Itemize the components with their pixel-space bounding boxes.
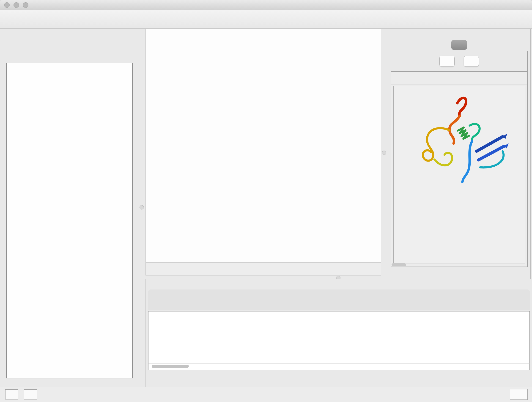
collapse-entry-icon[interactable] (406, 75, 413, 82)
expand-all-networks-icon[interactable] (17, 52, 23, 59)
memory-button[interactable] (510, 389, 528, 400)
titlebar (0, 0, 532, 10)
control-panel-body (2, 49, 136, 387)
gene-description (394, 86, 525, 90)
traffic-lights (4, 2, 28, 8)
table-panel (146, 279, 532, 388)
gene-entry-header[interactable] (391, 72, 527, 85)
left-splitter-handle[interactable] (139, 205, 144, 210)
network-view[interactable] (146, 29, 381, 275)
network-view-toolbar (146, 262, 381, 275)
results-hscroll-thumb[interactable] (392, 263, 406, 266)
results-actions (391, 51, 528, 72)
warnings-button[interactable] (24, 389, 37, 400)
table-toolbar (148, 289, 530, 310)
results-entry-panel (391, 72, 528, 267)
table-panel-header (146, 279, 532, 289)
control-panel (2, 29, 136, 387)
network-canvas[interactable] (146, 29, 380, 262)
collapse-all-networks-icon[interactable] (7, 52, 13, 59)
results-panel-header (388, 29, 530, 39)
app-window (0, 0, 532, 402)
right-splitter-handle[interactable] (382, 151, 386, 155)
collapse-all-button[interactable] (464, 56, 479, 67)
protein-structure-image (400, 91, 525, 191)
network-list (6, 63, 133, 378)
network-list-header (2, 49, 136, 62)
gene-entry-body (393, 86, 525, 264)
results-panel (388, 29, 531, 279)
control-panel-header (2, 29, 136, 39)
status-bar (0, 387, 532, 402)
tab-string[interactable] (451, 40, 467, 50)
expand-all-button[interactable] (439, 56, 455, 67)
network-options-gear-icon[interactable] (125, 52, 131, 59)
cloud-button[interactable] (5, 389, 18, 400)
minimize-window-icon[interactable] (13, 2, 19, 8)
zoom-window-icon[interactable] (23, 2, 28, 8)
memory-status-dot (514, 392, 520, 397)
table-hscroll (148, 363, 530, 370)
main-toolbar (0, 10, 532, 29)
close-window-icon[interactable] (4, 2, 10, 8)
node-table (148, 311, 530, 364)
table-hscroll-thumb[interactable] (152, 365, 189, 368)
